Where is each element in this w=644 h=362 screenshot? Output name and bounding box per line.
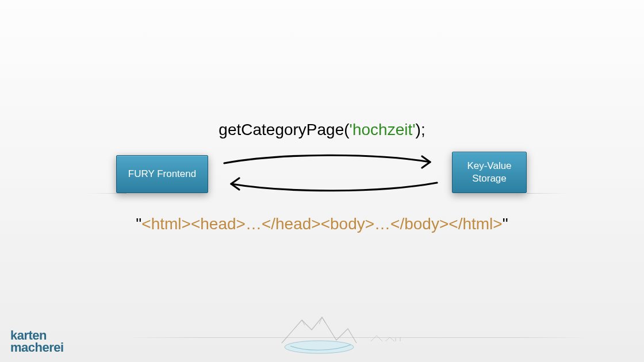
boxes-row: FURY Frontend Key-Value Storage	[0, 149, 644, 201]
architecture-diagram: getCategoryPage('hochzeit'); FURY Fronte…	[0, 121, 644, 233]
logo-line2: macherei	[10, 342, 64, 354]
return-value-text: "<html><head>…</head><body>…</body></htm…	[0, 215, 644, 233]
function-call-text: getCategoryPage('hochzeit');	[0, 121, 644, 139]
frontend-box-label: FURY Frontend	[128, 168, 196, 180]
frontend-box: FURY Frontend	[116, 155, 208, 193]
ground-shadow-right	[527, 193, 567, 194]
ground-shadow-left	[86, 193, 126, 194]
mountain-icon	[270, 311, 420, 357]
function-name: getCategoryPage(	[218, 121, 349, 138]
quote-close: "	[503, 215, 508, 233]
return-html: <html><head>…</head><body>…</body></html…	[141, 215, 502, 233]
brand-logo: karten macherei	[10, 330, 64, 354]
function-suffix: );	[416, 121, 425, 138]
arrows-icon	[213, 146, 448, 203]
storage-box-label: Key-Value Storage	[467, 160, 511, 185]
storage-box: Key-Value Storage	[452, 152, 527, 193]
quote-open: "	[136, 215, 141, 233]
function-argument: 'hochzeit'	[350, 121, 416, 138]
footer: karten macherei	[0, 316, 644, 362]
